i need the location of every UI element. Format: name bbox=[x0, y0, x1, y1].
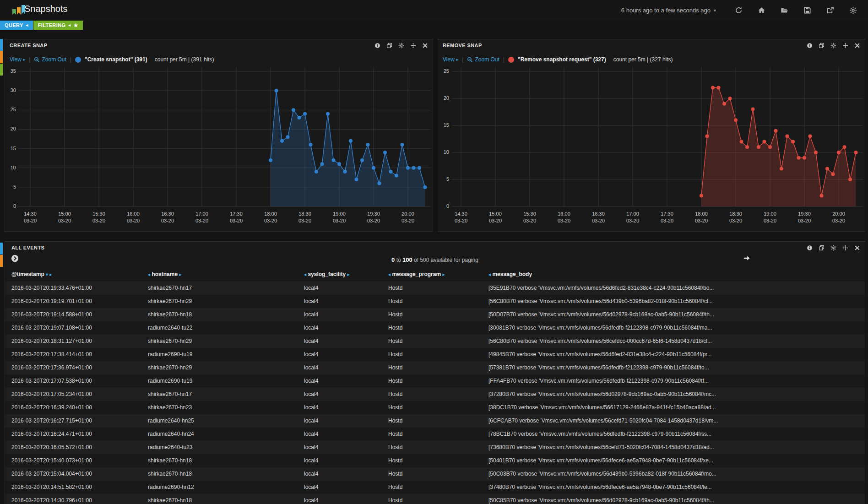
row-collapse-tab[interactable] bbox=[0, 243, 3, 255]
zoom-out-link[interactable]: Zoom Out bbox=[467, 56, 499, 63]
info-icon[interactable] bbox=[807, 43, 813, 49]
view-link[interactable]: View▸ bbox=[443, 56, 458, 63]
table-row[interactable]: 2016-03-20T20:17:07.538+01:00radiume2690… bbox=[5, 374, 865, 388]
time-picker[interactable]: 6 hours ago to a few seconds ago ▾ bbox=[621, 7, 716, 14]
close-icon[interactable] bbox=[854, 43, 860, 49]
column-header-message_program[interactable]: ◂ message_program ▸ bbox=[388, 268, 484, 281]
panel-all-events: ALL EVENTS 0 to 100 of 500 available for… bbox=[5, 241, 865, 504]
table-row[interactable]: 2016-03-20T20:14:30.796+01:00shirkae2670… bbox=[5, 494, 865, 504]
panel-title: REMOVE SNAP bbox=[443, 43, 482, 48]
close-icon[interactable] bbox=[422, 43, 428, 49]
table-row[interactable]: 2016-03-20T20:19:07.108+01:00radiume2640… bbox=[5, 321, 865, 335]
cell-message-program: Hostd bbox=[388, 454, 484, 467]
gear-icon[interactable] bbox=[398, 43, 404, 49]
duplicate-icon[interactable] bbox=[386, 43, 392, 49]
move-column-left-icon[interactable]: ◂ bbox=[148, 272, 150, 277]
move-column-right-icon[interactable]: ▸ bbox=[347, 272, 349, 277]
table-row[interactable]: 2016-03-20T20:15:40.073+01:00shirkae2670… bbox=[5, 454, 865, 467]
save-icon[interactable] bbox=[803, 6, 811, 14]
column-header-hostname[interactable]: ◂ hostname ▸ bbox=[148, 268, 299, 281]
row-settings-tab[interactable] bbox=[0, 51, 3, 63]
row-settings-tab[interactable] bbox=[0, 255, 3, 267]
gear-icon[interactable] bbox=[830, 245, 836, 251]
x-tick-label: 15:0003-20 bbox=[477, 211, 514, 224]
row-add-panel-tab[interactable] bbox=[0, 64, 3, 76]
move-column-right-icon[interactable]: ▸ bbox=[179, 272, 181, 277]
duplicate-icon[interactable] bbox=[819, 245, 825, 251]
cell-hostname: radiume2690-hn12 bbox=[148, 481, 299, 494]
tab-query[interactable]: QUERY ◂ bbox=[0, 21, 33, 30]
cell-syslog-facility: local4 bbox=[304, 282, 384, 295]
cell-timestamp: 2016-03-20T20:16:39.240+01:00 bbox=[11, 401, 143, 414]
x-tick-label: 14:3003-20 bbox=[12, 211, 49, 224]
cell-message-program: Hostd bbox=[388, 321, 484, 335]
close-icon[interactable] bbox=[854, 245, 860, 251]
gear-icon[interactable] bbox=[830, 43, 836, 49]
column-header-timestamp[interactable]: @timestamp ▾ ▸ bbox=[11, 268, 143, 281]
cell-message-program: Hostd bbox=[388, 467, 484, 481]
next-page-icon[interactable] bbox=[743, 255, 750, 262]
move-icon[interactable] bbox=[410, 43, 416, 49]
move-column-left-icon[interactable]: ◂ bbox=[488, 272, 491, 277]
chart-legend: View▸ | Zoom Out | "Create snapshot" (39… bbox=[10, 56, 214, 63]
collapsible-rows: QUERY ◂ FILTERING ◂ ★ bbox=[0, 21, 83, 30]
refresh-icon[interactable] bbox=[735, 6, 743, 14]
table-row[interactable]: 2016-03-20T20:14:51.582+01:00radiume2690… bbox=[5, 481, 865, 494]
cell-message-body: [50C03B70 verbose 'Vmsvc.vm:/vmfs/volume… bbox=[488, 467, 862, 481]
table-row[interactable]: 2016-03-20T20:16:05.572+01:00radiume2640… bbox=[5, 441, 865, 454]
duplicate-icon[interactable] bbox=[819, 43, 825, 49]
x-tick-label: 20:0003-20 bbox=[820, 211, 857, 224]
cell-hostname: shirkae2670-hn17 bbox=[148, 282, 299, 295]
cell-syslog-facility: local4 bbox=[304, 335, 384, 348]
table-row[interactable]: 2016-03-20T20:19:33.476+01:00shirkae2670… bbox=[5, 282, 865, 295]
cell-syslog-facility: local4 bbox=[304, 481, 384, 494]
table-row[interactable]: 2016-03-20T20:19:19.701+01:00shirkae2670… bbox=[5, 295, 865, 308]
cell-timestamp: 2016-03-20T20:19:33.476+01:00 bbox=[11, 282, 143, 295]
paging-status: 0 to 100 of 500 available for paging bbox=[5, 256, 865, 263]
move-column-left-icon[interactable]: ◂ bbox=[388, 272, 391, 277]
cell-message-program: Hostd bbox=[388, 441, 484, 454]
share-icon[interactable] bbox=[826, 6, 834, 14]
move-icon[interactable] bbox=[842, 43, 848, 49]
remove-snap-chart[interactable] bbox=[452, 67, 863, 207]
cell-message-body: [37280B70 verbose 'Vmsvc.vm:/vmfs/volume… bbox=[488, 388, 862, 401]
move-icon[interactable] bbox=[842, 245, 848, 251]
cell-message-body: [73680B70 verbose 'Vmsvc.vm:/vmfs/volume… bbox=[488, 441, 862, 454]
column-header-message_body[interactable]: ◂ message_body bbox=[488, 268, 862, 281]
sort-icon[interactable]: ▾ bbox=[46, 272, 48, 277]
zoom-out-link[interactable]: Zoom Out bbox=[34, 56, 66, 63]
view-link[interactable]: View▸ bbox=[10, 56, 25, 63]
table-row[interactable]: 2016-03-20T20:16:39.240+01:00shirkae2670… bbox=[5, 401, 865, 414]
table-row[interactable]: 2016-03-20T20:15:04.004+01:00shirkae2670… bbox=[5, 467, 865, 481]
move-column-left-icon[interactable]: ◂ bbox=[304, 272, 306, 277]
open-folder-icon[interactable] bbox=[781, 6, 788, 14]
move-column-right-icon[interactable]: ▸ bbox=[442, 272, 445, 277]
create-snap-chart[interactable] bbox=[19, 67, 431, 207]
y-tick-label: 25 bbox=[5, 107, 16, 112]
info-icon[interactable] bbox=[374, 43, 380, 49]
table-row[interactable]: 2016-03-20T20:18:31.127+01:00shirkae2670… bbox=[5, 335, 865, 348]
cell-syslog-facility: local4 bbox=[304, 374, 384, 388]
tab-filtering[interactable]: FILTERING ◂ ★ bbox=[33, 21, 83, 30]
info-icon[interactable] bbox=[807, 245, 813, 251]
table-row[interactable]: 2016-03-20T20:19:14.588+01:00shirkae2670… bbox=[5, 308, 865, 321]
cell-syslog-facility: local4 bbox=[304, 388, 384, 401]
table-row[interactable]: 2016-03-20T20:17:38.414+01:00radiume2690… bbox=[5, 348, 865, 361]
caret-down-icon: ▾ bbox=[714, 8, 716, 13]
x-tick-label: 19:0003-20 bbox=[752, 211, 788, 224]
cell-hostname: radiume2640-tu22 bbox=[148, 321, 299, 335]
legend-bullet[interactable] bbox=[75, 57, 81, 63]
table-row[interactable]: 2016-03-20T20:16:27.715+01:00radiume2640… bbox=[5, 414, 865, 428]
legend-bullet[interactable] bbox=[508, 57, 514, 63]
move-column-right-icon[interactable]: ▸ bbox=[49, 272, 52, 277]
home-icon[interactable] bbox=[758, 6, 765, 14]
table-row[interactable]: 2016-03-20T20:17:05.234+01:00shirkae2670… bbox=[5, 388, 865, 401]
table-row[interactable]: 2016-03-20T20:17:36.974+01:00shirkae2670… bbox=[5, 361, 865, 374]
y-axis-labels: 05101520253035 bbox=[5, 67, 17, 207]
column-header-syslog_facility[interactable]: ◂ syslog_facility ▸ bbox=[304, 268, 384, 281]
gear-icon[interactable] bbox=[849, 6, 857, 14]
row-collapse-tab[interactable] bbox=[0, 39, 3, 51]
table-row[interactable]: 2016-03-20T20:16:24.471+01:00radiume2640… bbox=[5, 428, 865, 441]
cell-hostname: radiume2690-tu19 bbox=[148, 374, 299, 388]
cell-message-body: [50D07B70 verbose 'Vmsvc.vm:/vmfs/volume… bbox=[488, 308, 862, 321]
